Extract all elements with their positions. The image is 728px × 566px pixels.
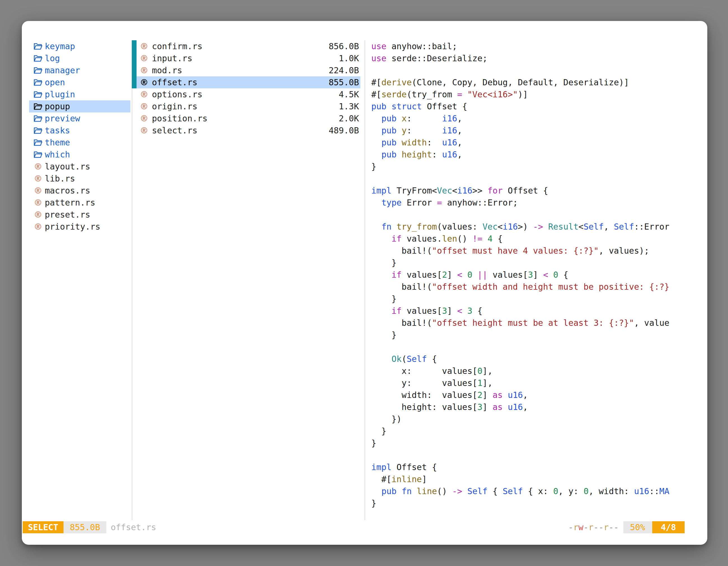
- parent-item-theme[interactable]: theme: [29, 137, 130, 149]
- code-line: use anyhow::bail;: [371, 40, 682, 52]
- file-name: offset.rs: [152, 76, 198, 88]
- code-line: }: [371, 257, 682, 269]
- item-label: keymap: [45, 40, 75, 52]
- parent-item-macros.rs[interactable]: ® macros.rs: [29, 185, 130, 197]
- folder-icon: [34, 139, 43, 147]
- parent-item-priority.rs[interactable]: ® priority.rs: [29, 221, 130, 233]
- code-line: if values[2] < 0 || values[3] < 0 {: [371, 269, 682, 281]
- code-line: pub x: i16,: [371, 112, 682, 125]
- parent-item-plugin[interactable]: plugin: [29, 88, 130, 100]
- file-name: input.rs: [152, 52, 192, 64]
- file-row-input.rs[interactable]: ® input.rs 1.0K: [132, 52, 360, 64]
- file-name: position.rs: [152, 112, 208, 125]
- code-line: #[inline]: [371, 473, 682, 485]
- file-permissions: -rw-r--r--: [568, 522, 619, 532]
- code-line: width: values[2] as u16,: [371, 389, 682, 401]
- rust-file-icon: ®: [140, 88, 149, 100]
- file-size-chip: 855.0B: [64, 521, 106, 533]
- yazi-window: keymap log manager: [22, 21, 707, 545]
- code-line: }: [371, 161, 682, 173]
- parent-item-preview[interactable]: preview: [29, 112, 130, 125]
- code-line: y: values[1],: [371, 377, 682, 389]
- code-line: bail!("offset height must be at least 3:…: [371, 317, 682, 329]
- code-line: }: [371, 437, 682, 449]
- item-label: priority.rs: [45, 221, 100, 233]
- file-name: select.rs: [152, 125, 198, 137]
- code-line: bail!("offset must have 4 values: {:?}",…: [371, 245, 682, 257]
- pane-separator-right: [365, 40, 365, 520]
- permission-char: r: [603, 522, 609, 532]
- parent-item-lib.rs[interactable]: ® lib.rs: [29, 173, 130, 185]
- code-line: use serde::Deserialize;: [371, 52, 682, 64]
- parent-item-log[interactable]: log: [29, 52, 130, 64]
- selection-marker-bar: [132, 100, 137, 112]
- item-label: pattern.rs: [45, 197, 95, 209]
- file-row-options.rs[interactable]: ® options.rs 4.5K: [132, 88, 360, 100]
- rust-file-icon: ®: [34, 185, 43, 197]
- folder-icon: [34, 151, 43, 159]
- code-line: }): [371, 413, 682, 425]
- selection-marker-bar: [132, 52, 137, 64]
- file-row-offset.rs[interactable]: ® offset.rs 855.0B: [132, 76, 360, 88]
- rust-file-icon: ®: [34, 173, 43, 185]
- cursor-position-chip: 4/8: [652, 521, 685, 533]
- code-line: [371, 341, 682, 353]
- file-size: 489.0B: [329, 125, 359, 137]
- parent-item-manager[interactable]: manager: [29, 64, 130, 76]
- code-line: #[serde(try_from = "Vec<i16>")]: [371, 88, 682, 100]
- selection-marker-bar: [132, 40, 137, 52]
- parent-item-layout.rs[interactable]: ® layout.rs: [29, 161, 130, 173]
- permission-char: -: [614, 522, 619, 532]
- file-size: 2.0K: [339, 112, 359, 125]
- desktop: { "app": { "name": "yazi file manager" }…: [0, 0, 728, 566]
- parent-item-tasks[interactable]: tasks: [29, 125, 130, 137]
- file-row-mod.rs[interactable]: ® mod.rs 224.0B: [132, 64, 360, 76]
- code-line: impl Offset {: [371, 461, 682, 473]
- parent-item-popup[interactable]: popup: [29, 100, 130, 112]
- folder-icon: [34, 115, 43, 123]
- file-row-origin.rs[interactable]: ® origin.rs 1.3K: [132, 100, 360, 112]
- rust-file-icon: ®: [140, 125, 149, 137]
- rust-file-icon: ®: [140, 52, 149, 64]
- code-line: [371, 64, 682, 76]
- code-line: pub y: i16,: [371, 125, 682, 137]
- file-size: 1.0K: [339, 52, 359, 64]
- file-row-select.rs[interactable]: ® select.rs 489.0B: [132, 125, 360, 137]
- item-label: tasks: [45, 125, 70, 137]
- permission-char: -: [598, 522, 603, 532]
- folder-icon: [34, 55, 43, 62]
- rust-file-icon: ®: [140, 112, 149, 125]
- permission-char: r: [573, 522, 578, 532]
- rust-file-icon: ®: [140, 100, 149, 112]
- code-line: impl TryFrom<Vec<i16>> for Offset {: [371, 185, 682, 197]
- item-label: macros.rs: [45, 185, 90, 197]
- file-size: 4.5K: [339, 88, 359, 100]
- code-line: type Error = anyhow::Error;: [371, 197, 682, 209]
- selection-marker-bar: [132, 64, 137, 76]
- code-line: [371, 209, 682, 221]
- code-line: [371, 449, 682, 461]
- item-label: preview: [45, 112, 80, 125]
- parent-item-pattern.rs[interactable]: ® pattern.rs: [29, 197, 130, 209]
- rust-file-icon: ®: [34, 161, 43, 173]
- item-label: log: [45, 52, 60, 64]
- item-label: preset.rs: [45, 209, 90, 221]
- parent-item-open[interactable]: open: [29, 76, 130, 88]
- file-row-confirm.rs[interactable]: ® confirm.rs 856.0B: [132, 40, 360, 52]
- code-line: pub width: u16,: [371, 137, 682, 149]
- parent-item-which[interactable]: which: [29, 149, 130, 161]
- parent-item-preset.rs[interactable]: ® preset.rs: [29, 209, 130, 221]
- code-line: height: values[3] as u16,: [371, 401, 682, 413]
- scroll-percent-chip: 50%: [623, 521, 652, 533]
- selection-marker-bar: [132, 112, 137, 125]
- mode-badge: SELECT: [23, 521, 64, 533]
- rust-file-icon: ®: [34, 209, 43, 221]
- file-name: origin.rs: [152, 100, 198, 112]
- parent-pane: keymap log manager: [29, 40, 130, 233]
- parent-item-keymap[interactable]: keymap: [29, 40, 130, 52]
- item-label: layout.rs: [45, 161, 90, 173]
- code-preview-pane[interactable]: use anyhow::bail;use serde::Deserialize;…: [371, 40, 682, 509]
- code-line: pub fn line() -> Self { Self { x: 0, y: …: [371, 485, 682, 497]
- file-row-position.rs[interactable]: ® position.rs 2.0K: [132, 112, 360, 125]
- folder-icon: [34, 67, 43, 74]
